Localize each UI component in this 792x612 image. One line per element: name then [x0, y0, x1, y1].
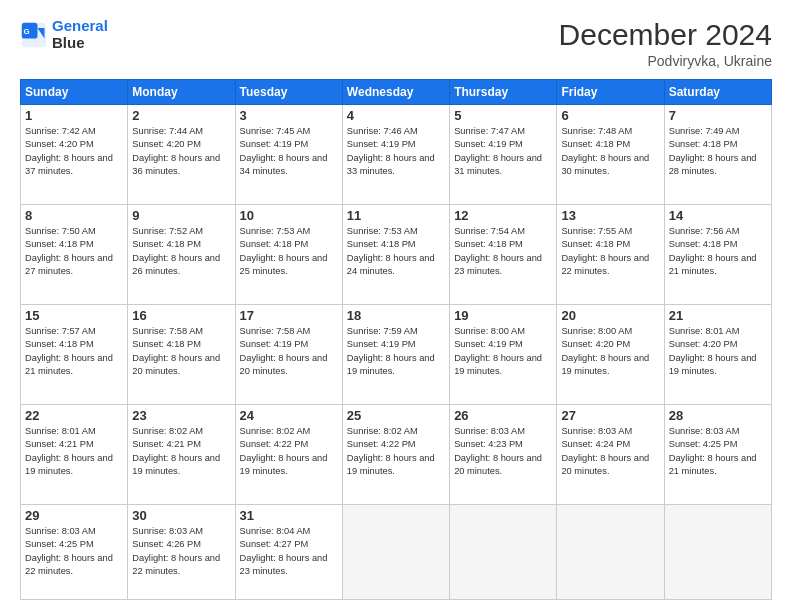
day-info: Sunrise: 8:03 AMSunset: 4:26 PMDaylight:… [132, 526, 220, 576]
day-info: Sunrise: 7:44 AMSunset: 4:20 PMDaylight:… [132, 126, 220, 176]
calendar-cell: 10 Sunrise: 7:53 AMSunset: 4:18 PMDaylig… [235, 205, 342, 305]
calendar-cell: 24 Sunrise: 8:02 AMSunset: 4:22 PMDaylig… [235, 405, 342, 505]
calendar-cell: 28 Sunrise: 8:03 AMSunset: 4:25 PMDaylig… [664, 405, 771, 505]
day-info: Sunrise: 8:03 AMSunset: 4:24 PMDaylight:… [561, 426, 649, 476]
calendar-cell: 30 Sunrise: 8:03 AMSunset: 4:26 PMDaylig… [128, 505, 235, 600]
day-info: Sunrise: 7:53 AMSunset: 4:18 PMDaylight:… [240, 226, 328, 276]
calendar-cell: 5 Sunrise: 7:47 AMSunset: 4:19 PMDayligh… [450, 105, 557, 205]
day-number: 3 [240, 108, 338, 123]
col-header-wednesday: Wednesday [342, 80, 449, 105]
day-number: 22 [25, 408, 123, 423]
day-info: Sunrise: 8:00 AMSunset: 4:19 PMDaylight:… [454, 326, 542, 376]
col-header-sunday: Sunday [21, 80, 128, 105]
day-number: 26 [454, 408, 552, 423]
day-info: Sunrise: 7:42 AMSunset: 4:20 PMDaylight:… [25, 126, 113, 176]
col-header-tuesday: Tuesday [235, 80, 342, 105]
day-number: 7 [669, 108, 767, 123]
day-info: Sunrise: 7:52 AMSunset: 4:18 PMDaylight:… [132, 226, 220, 276]
calendar-cell: 9 Sunrise: 7:52 AMSunset: 4:18 PMDayligh… [128, 205, 235, 305]
day-info: Sunrise: 7:46 AMSunset: 4:19 PMDaylight:… [347, 126, 435, 176]
day-number: 29 [25, 508, 123, 523]
svg-text:G: G [24, 27, 30, 36]
calendar-cell: 16 Sunrise: 7:58 AMSunset: 4:18 PMDaylig… [128, 305, 235, 405]
calendar-cell: 15 Sunrise: 7:57 AMSunset: 4:18 PMDaylig… [21, 305, 128, 405]
calendar-cell: 1 Sunrise: 7:42 AMSunset: 4:20 PMDayligh… [21, 105, 128, 205]
calendar-cell: 13 Sunrise: 7:55 AMSunset: 4:18 PMDaylig… [557, 205, 664, 305]
day-info: Sunrise: 7:47 AMSunset: 4:19 PMDaylight:… [454, 126, 542, 176]
day-info: Sunrise: 8:03 AMSunset: 4:25 PMDaylight:… [669, 426, 757, 476]
calendar-cell: 26 Sunrise: 8:03 AMSunset: 4:23 PMDaylig… [450, 405, 557, 505]
header: G General Blue December 2024 Podviryvka,… [20, 18, 772, 69]
day-number: 4 [347, 108, 445, 123]
calendar-cell: 7 Sunrise: 7:49 AMSunset: 4:18 PMDayligh… [664, 105, 771, 205]
day-number: 23 [132, 408, 230, 423]
day-number: 12 [454, 208, 552, 223]
calendar-cell: 20 Sunrise: 8:00 AMSunset: 4:20 PMDaylig… [557, 305, 664, 405]
calendar-cell: 11 Sunrise: 7:53 AMSunset: 4:18 PMDaylig… [342, 205, 449, 305]
day-info: Sunrise: 8:02 AMSunset: 4:21 PMDaylight:… [132, 426, 220, 476]
calendar-table: SundayMondayTuesdayWednesdayThursdayFrid… [20, 79, 772, 600]
day-info: Sunrise: 7:54 AMSunset: 4:18 PMDaylight:… [454, 226, 542, 276]
calendar-cell: 31 Sunrise: 8:04 AMSunset: 4:27 PMDaylig… [235, 505, 342, 600]
logo-general: General [52, 17, 108, 34]
logo-icon: G [20, 21, 48, 49]
day-info: Sunrise: 8:04 AMSunset: 4:27 PMDaylight:… [240, 526, 328, 576]
day-number: 16 [132, 308, 230, 323]
calendar-cell: 2 Sunrise: 7:44 AMSunset: 4:20 PMDayligh… [128, 105, 235, 205]
day-number: 24 [240, 408, 338, 423]
calendar-cell [342, 505, 449, 600]
day-number: 6 [561, 108, 659, 123]
calendar-cell [557, 505, 664, 600]
day-number: 9 [132, 208, 230, 223]
calendar-cell [450, 505, 557, 600]
day-number: 11 [347, 208, 445, 223]
logo: G General Blue [20, 18, 108, 51]
day-number: 20 [561, 308, 659, 323]
calendar-cell: 17 Sunrise: 7:58 AMSunset: 4:19 PMDaylig… [235, 305, 342, 405]
day-info: Sunrise: 7:57 AMSunset: 4:18 PMDaylight:… [25, 326, 113, 376]
day-info: Sunrise: 8:02 AMSunset: 4:22 PMDaylight:… [347, 426, 435, 476]
day-info: Sunrise: 7:50 AMSunset: 4:18 PMDaylight:… [25, 226, 113, 276]
day-info: Sunrise: 7:53 AMSunset: 4:18 PMDaylight:… [347, 226, 435, 276]
day-number: 2 [132, 108, 230, 123]
day-info: Sunrise: 8:03 AMSunset: 4:23 PMDaylight:… [454, 426, 542, 476]
main-title: December 2024 [559, 18, 772, 51]
day-info: Sunrise: 8:03 AMSunset: 4:25 PMDaylight:… [25, 526, 113, 576]
col-header-saturday: Saturday [664, 80, 771, 105]
calendar-cell: 29 Sunrise: 8:03 AMSunset: 4:25 PMDaylig… [21, 505, 128, 600]
calendar-cell: 22 Sunrise: 8:01 AMSunset: 4:21 PMDaylig… [21, 405, 128, 505]
day-number: 17 [240, 308, 338, 323]
day-info: Sunrise: 7:48 AMSunset: 4:18 PMDaylight:… [561, 126, 649, 176]
calendar-cell: 8 Sunrise: 7:50 AMSunset: 4:18 PMDayligh… [21, 205, 128, 305]
day-info: Sunrise: 7:58 AMSunset: 4:19 PMDaylight:… [240, 326, 328, 376]
day-info: Sunrise: 7:58 AMSunset: 4:18 PMDaylight:… [132, 326, 220, 376]
day-number: 8 [25, 208, 123, 223]
day-info: Sunrise: 7:45 AMSunset: 4:19 PMDaylight:… [240, 126, 328, 176]
day-number: 25 [347, 408, 445, 423]
col-header-monday: Monday [128, 80, 235, 105]
calendar-cell: 23 Sunrise: 8:02 AMSunset: 4:21 PMDaylig… [128, 405, 235, 505]
day-info: Sunrise: 7:56 AMSunset: 4:18 PMDaylight:… [669, 226, 757, 276]
day-number: 30 [132, 508, 230, 523]
calendar-cell: 14 Sunrise: 7:56 AMSunset: 4:18 PMDaylig… [664, 205, 771, 305]
day-info: Sunrise: 7:49 AMSunset: 4:18 PMDaylight:… [669, 126, 757, 176]
day-info: Sunrise: 8:00 AMSunset: 4:20 PMDaylight:… [561, 326, 649, 376]
day-info: Sunrise: 8:01 AMSunset: 4:21 PMDaylight:… [25, 426, 113, 476]
calendar-cell: 18 Sunrise: 7:59 AMSunset: 4:19 PMDaylig… [342, 305, 449, 405]
calendar-cell [664, 505, 771, 600]
calendar-cell: 6 Sunrise: 7:48 AMSunset: 4:18 PMDayligh… [557, 105, 664, 205]
day-number: 1 [25, 108, 123, 123]
day-info: Sunrise: 8:02 AMSunset: 4:22 PMDaylight:… [240, 426, 328, 476]
day-number: 27 [561, 408, 659, 423]
col-header-thursday: Thursday [450, 80, 557, 105]
day-number: 5 [454, 108, 552, 123]
calendar-cell: 12 Sunrise: 7:54 AMSunset: 4:18 PMDaylig… [450, 205, 557, 305]
calendar-cell: 21 Sunrise: 8:01 AMSunset: 4:20 PMDaylig… [664, 305, 771, 405]
calendar-cell: 19 Sunrise: 8:00 AMSunset: 4:19 PMDaylig… [450, 305, 557, 405]
col-header-friday: Friday [557, 80, 664, 105]
calendar-cell: 3 Sunrise: 7:45 AMSunset: 4:19 PMDayligh… [235, 105, 342, 205]
day-number: 10 [240, 208, 338, 223]
calendar-cell: 25 Sunrise: 8:02 AMSunset: 4:22 PMDaylig… [342, 405, 449, 505]
logo-blue: Blue [52, 34, 85, 51]
calendar-cell: 27 Sunrise: 8:03 AMSunset: 4:24 PMDaylig… [557, 405, 664, 505]
